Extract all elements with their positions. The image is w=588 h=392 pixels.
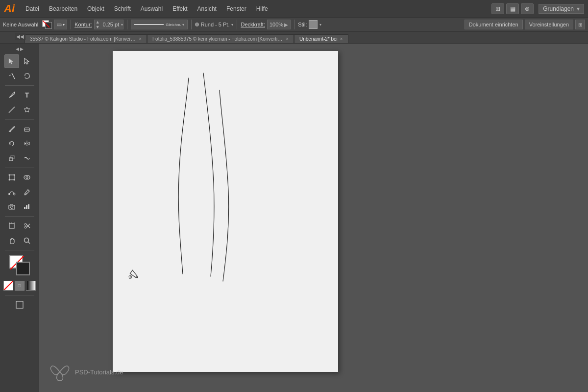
line-tool[interactable]: [4, 103, 19, 117]
workspace-selector[interactable]: Grundlagen ▾: [539, 4, 584, 14]
tab-3[interactable]: Unbenannt-2* bei ×: [294, 34, 348, 43]
hand-zoom-row: [4, 234, 34, 247]
view-mode-icon[interactable]: ▦: [506, 3, 519, 14]
screen-mode-icon[interactable]: ⊞: [491, 3, 504, 14]
tool-separator-5: [5, 250, 34, 250]
menu-fenster[interactable]: Fenster: [222, 3, 250, 14]
rotate-reflect-row: [4, 137, 34, 150]
style-swatch[interactable]: [309, 20, 318, 29]
gradient-btn[interactable]: [26, 281, 36, 291]
camera-chart-row: [4, 200, 34, 214]
app-logo: Ai: [4, 2, 15, 15]
svg-line-4: [9, 107, 15, 113]
tab-2[interactable]: Fotolia_53885975 © kennykiernan - Fotoli…: [147, 34, 294, 43]
no-color-btn[interactable]: [3, 281, 13, 291]
tool-separator-1: [5, 85, 34, 86]
menu-datei[interactable]: Datei: [22, 3, 43, 14]
selection-tool[interactable]: [4, 54, 19, 68]
scissors-tool[interactable]: [20, 219, 34, 233]
stroke-style-selector[interactable]: Gleichm. ▾: [131, 20, 188, 29]
tab-3-close[interactable]: ×: [340, 36, 343, 42]
svg-rect-26: [28, 204, 29, 209]
document-setup-btn[interactable]: Dokument einrichten: [465, 20, 523, 29]
separator4: [237, 20, 237, 29]
menu-bearbeiten[interactable]: Bearbeiten: [45, 3, 81, 14]
color-options-row: □: [3, 281, 36, 291]
shape-selector[interactable]: ▭ ▾: [54, 20, 67, 29]
svg-line-34: [26, 224, 30, 227]
pencil-eraser-row: [4, 122, 34, 136]
tab-1[interactable]: 35537 © Kakigori Studio - Fotolia.com [K…: [24, 34, 147, 43]
type-tool[interactable]: T: [20, 88, 34, 102]
graph-tool[interactable]: [20, 200, 34, 214]
svg-line-36: [28, 242, 30, 244]
menu-ansicht[interactable]: Ansicht: [194, 3, 220, 14]
eyedropper-tool[interactable]: [20, 185, 34, 199]
panel-collapse-btn[interactable]: ◀◀: [15, 33, 25, 40]
separator: [71, 20, 71, 29]
toolbox-collapse-arrows[interactable]: ◀ ▶: [16, 47, 24, 51]
selection-tools-row: [4, 54, 34, 68]
panel-icons[interactable]: ⊞: [575, 20, 585, 29]
psd-tutorials-text: PSD-Tutorials.de: [75, 368, 123, 376]
stroke-value-input[interactable]: ▲▼ 0.25 pt ▾: [94, 20, 124, 29]
main-area: ◀ ▶ T: [0, 44, 588, 392]
canvas-area[interactable]: PSD-Tutorials.de: [39, 44, 588, 392]
pencil-tool[interactable]: [4, 122, 19, 136]
watermark: PSD-Tutorials.de: [49, 362, 123, 382]
tool-separator-4: [5, 216, 34, 217]
menu-hilfe[interactable]: Hilfe: [252, 3, 272, 14]
selection-label: Keine Auswahl: [3, 22, 38, 27]
shape-builder-tool[interactable]: [20, 171, 34, 184]
magic-lasso-row: [4, 69, 34, 83]
svg-point-23: [11, 206, 13, 209]
blend-tool[interactable]: [4, 185, 19, 199]
cap-selector[interactable]: Rund - 5 Pt. ▾: [195, 22, 234, 27]
tab-bar: ◀◀ 35537 © Kakigori Studio - Fotolia.com…: [0, 32, 588, 44]
free-transform-tool[interactable]: [4, 171, 19, 184]
direct-selection-tool[interactable]: [20, 54, 34, 68]
zoom-tool[interactable]: [20, 234, 34, 247]
menu-schrift[interactable]: Schrift: [110, 3, 135, 14]
svg-point-32: [24, 226, 26, 228]
artboard-tool[interactable]: [4, 219, 19, 233]
warp-tool[interactable]: [20, 151, 34, 165]
svg-rect-12: [9, 175, 14, 180]
pen-tool[interactable]: [4, 88, 19, 102]
menu-effekt[interactable]: Effekt: [169, 3, 191, 14]
eraser-tool[interactable]: [20, 122, 34, 136]
toolbox: ◀ ▶ T: [0, 44, 39, 392]
color-swatches: [9, 255, 30, 275]
artboard: [113, 51, 338, 372]
stroke-color-swatch[interactable]: [42, 20, 52, 29]
opacity-input[interactable]: 100% ▶: [267, 20, 291, 29]
screen-mode-row: [12, 298, 27, 312]
screen-mode-btn[interactable]: [12, 298, 27, 312]
preferences-btn[interactable]: Voreinstellungen: [525, 20, 573, 29]
artboard-slice-row: [4, 219, 34, 233]
svg-marker-5: [24, 107, 30, 112]
lasso-tool[interactable]: [20, 69, 34, 83]
menu-objekt[interactable]: Objekt: [83, 3, 108, 14]
star-tool[interactable]: [20, 103, 34, 117]
separator2: [127, 20, 127, 29]
transform-shape-row: [4, 171, 34, 184]
reflect-tool[interactable]: [20, 137, 34, 150]
menu-auswahl[interactable]: Auswahl: [137, 3, 167, 14]
color-mode-btn[interactable]: □: [15, 281, 24, 291]
svg-line-1: [12, 73, 15, 79]
style-label: Stil:: [298, 22, 307, 27]
bridge-icon[interactable]: ⊛: [521, 3, 534, 14]
hand-tool[interactable]: [4, 234, 19, 247]
tab-2-close[interactable]: ×: [286, 36, 289, 42]
rotate-tool[interactable]: [4, 137, 19, 150]
scale-tool[interactable]: [4, 151, 19, 165]
svg-rect-39: [16, 301, 23, 308]
tab-1-close[interactable]: ×: [139, 36, 142, 42]
svg-rect-27: [9, 223, 14, 228]
svg-point-15: [9, 179, 10, 181]
magic-wand-tool[interactable]: [4, 69, 19, 83]
background-color[interactable]: [16, 262, 30, 275]
drawing-canvas[interactable]: [113, 51, 338, 372]
camera-tool[interactable]: [4, 200, 19, 214]
